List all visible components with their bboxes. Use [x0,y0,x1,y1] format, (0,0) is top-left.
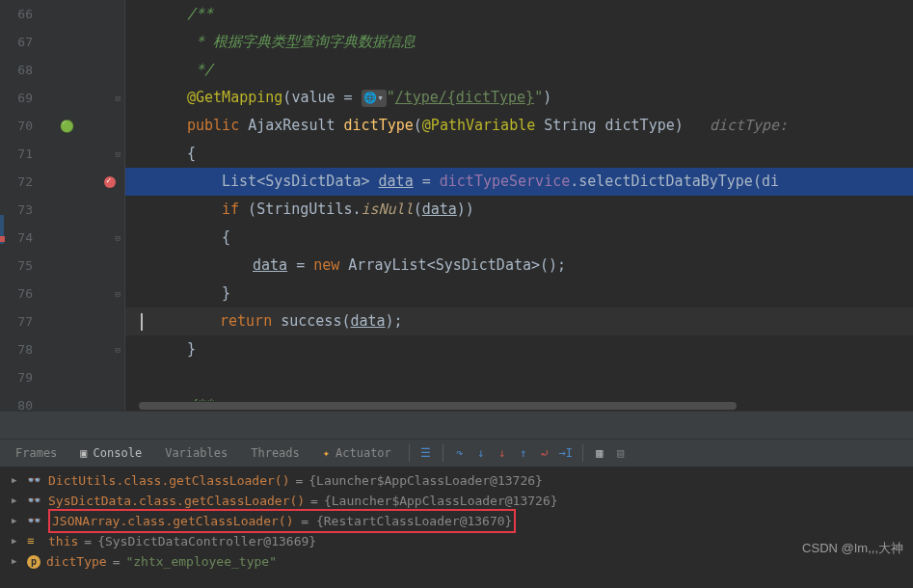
debug-variables-panel: ▶ 👓 DictUtils.class.getClassLoader() = {… [0,467,913,575]
watermark: CSDN @Im,,,大神 [802,540,903,557]
trace-icon[interactable]: ▤ [610,442,631,464]
highlighted-variable: JSONArray.class.getClassLoader() = {Rest… [48,509,516,533]
tab-frames[interactable]: Frames [4,440,68,467]
code-editor: 66 67 68 69 70 71 72 73 74 75 76 77 78 7… [0,0,913,411]
code-line: @GetMapping(value = 🌐▾"/type/{dictType}"… [125,84,913,112]
variable-row[interactable]: ▶ ≡ this = {SysDictDataController@13669} [0,531,913,551]
watch-icon: 👓 [27,470,42,491]
code-line: { [125,224,913,252]
code-line: if (StringUtils.isNull(data)) [125,196,913,224]
globe-icon[interactable]: 🌐▾ [362,90,387,107]
tab-actuator[interactable]: ✦Actuator [311,440,403,467]
watch-icon: 👓 [27,511,42,531]
drop-frame-icon[interactable]: ⤾ [534,442,555,464]
step-over-icon[interactable]: ↷ [449,442,470,464]
variable-row[interactable]: ▶ 👓 DictUtils.class.getClassLoader() = {… [0,470,913,491]
debug-toolbar: Frames ▣Console Variables Threads ✦Actua… [0,440,913,467]
step-out-icon[interactable]: ↑ [513,442,534,464]
variable-row[interactable]: ▶ 👓 SysDictData.class.getClassLoader() =… [0,491,913,511]
tab-console[interactable]: ▣Console [68,440,153,467]
code-line: data = new ArrayList<SysDictData>(); [125,252,913,280]
stack-icon[interactable]: ☰ [416,442,437,464]
code-line: public AjaxResult dictType(@PathVariable… [125,112,913,140]
field-icon: ≡ [27,531,42,551]
chevron-right-icon[interactable]: ▶ [12,551,21,572]
variable-row[interactable]: ▶ 👓 JSONArray.class.getClassLoader() = {… [0,511,913,531]
code-line: { [125,140,913,168]
chevron-right-icon[interactable]: ▶ [12,511,21,531]
gutter-icons: 🟢 ⊟ ⊟ ⊟ ⊟ ⊟ [46,0,125,411]
code-line [125,363,913,391]
tab-variables[interactable]: Variables [153,440,239,467]
force-step-into-icon[interactable]: ↓ [492,442,513,464]
code-line: /** [125,0,913,28]
watch-icon: 👓 [27,491,42,511]
run-gutter-icon[interactable]: 🟢 [60,112,74,140]
code-content[interactable]: /** * 根据字典类型查询字典数据信息 */ @GetMapping(valu… [125,0,913,411]
code-line-breakpoint: List<SysDictData> data = dictTypeService… [125,168,913,196]
chevron-right-icon[interactable]: ▶ [12,531,21,551]
line-number-gutter: 66 67 68 69 70 71 72 73 74 75 76 77 78 7… [0,0,46,411]
horizontal-scrollbar[interactable] [125,401,913,411]
actuator-icon: ✦ [323,446,330,460]
breakpoint-icon[interactable] [104,168,116,196]
chevron-right-icon[interactable]: ▶ [12,491,21,511]
step-into-icon[interactable]: ↓ [470,442,492,464]
code-line: * 根据字典类型查询字典数据信息 [125,28,913,56]
parameter-icon: p [27,555,40,569]
tab-threads[interactable]: Threads [239,440,311,467]
run-to-cursor-icon[interactable]: →I [555,442,577,464]
code-line: } [125,280,913,307]
chevron-right-icon[interactable]: ▶ [12,470,21,491]
code-line-current: return success(data); [125,307,913,335]
variable-row[interactable]: ▶ p dictType = "zhtx_employee_type" [0,551,913,572]
console-icon: ▣ [80,446,87,460]
evaluate-icon[interactable]: ▦ [589,442,610,464]
code-line: } [125,335,913,363]
code-line: */ [125,56,913,84]
